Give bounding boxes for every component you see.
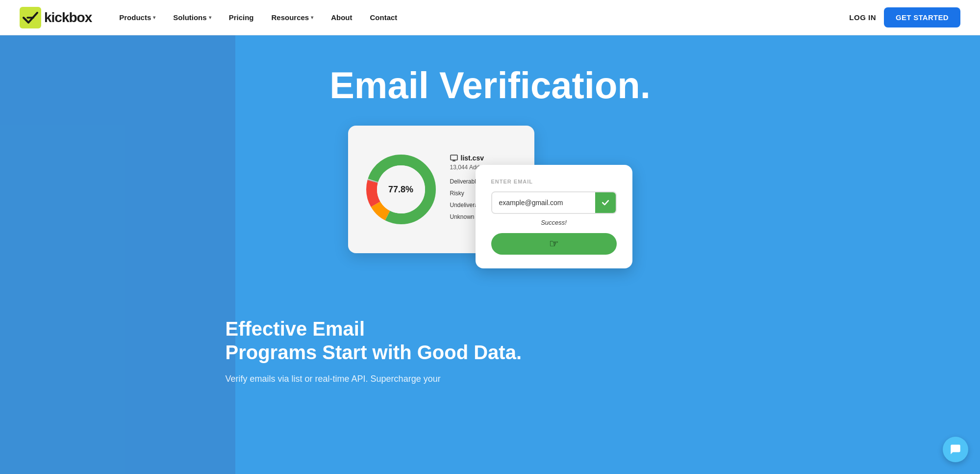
nav-right: LOG IN GET STARTED bbox=[849, 7, 960, 27]
nav-item-about[interactable]: About bbox=[323, 9, 360, 26]
chevron-down-icon: ▾ bbox=[209, 15, 211, 20]
verify-submit-button[interactable]: ☞ bbox=[491, 233, 617, 255]
stats-filename: list.csv bbox=[450, 154, 521, 162]
get-started-button[interactable]: GET STARTED bbox=[884, 7, 960, 27]
hero-bottom: Effective Email Programs Start with Good… bbox=[196, 317, 784, 384]
svg-rect-6 bbox=[451, 155, 457, 160]
nav-item-products[interactable]: Products ▾ bbox=[111, 9, 163, 26]
monitor-icon bbox=[450, 155, 458, 161]
login-button[interactable]: LOG IN bbox=[849, 13, 876, 22]
verify-label: ENTER EMAIL bbox=[491, 179, 617, 184]
nav-item-contact[interactable]: Contact bbox=[362, 9, 405, 26]
hero-subtitle: Effective Email Programs Start with Good… bbox=[226, 317, 755, 364]
hero-cards: 77.8% list.csv 13,044 Addresses Delivera… bbox=[348, 126, 632, 292]
chat-bubble-button[interactable] bbox=[943, 437, 968, 462]
verify-success-text: Success! bbox=[491, 219, 617, 226]
email-input[interactable] bbox=[492, 193, 595, 212]
logo[interactable]: kickbox bbox=[20, 7, 92, 28]
verify-card: ENTER EMAIL Success! ☞ bbox=[476, 165, 632, 268]
logo-text: kickbox bbox=[44, 10, 92, 26]
cursor-icon: ☞ bbox=[549, 237, 559, 250]
donut-chart: 77.8% bbox=[362, 150, 440, 229]
donut-percent-label: 77.8% bbox=[388, 184, 413, 194]
navigation: kickbox Products ▾ Solutions ▾ Pricing R… bbox=[0, 0, 980, 35]
hero-description: Verify emails via list or real-time API.… bbox=[226, 374, 520, 384]
hero-bg-person bbox=[0, 35, 235, 474]
verify-input-row bbox=[491, 191, 617, 214]
hero-section: Email Verification. bbox=[0, 35, 980, 474]
chat-icon bbox=[949, 443, 962, 456]
hero-content: Email Verification. bbox=[270, 35, 711, 317]
check-icon bbox=[601, 198, 610, 208]
nav-links: Products ▾ Solutions ▾ Pricing Resources… bbox=[111, 9, 849, 26]
chevron-down-icon: ▾ bbox=[311, 15, 313, 20]
nav-item-solutions[interactable]: Solutions ▾ bbox=[165, 9, 219, 26]
nav-item-pricing[interactable]: Pricing bbox=[221, 9, 262, 26]
logo-icon bbox=[20, 7, 41, 28]
nav-item-resources[interactable]: Resources ▾ bbox=[263, 9, 321, 26]
chevron-down-icon: ▾ bbox=[153, 15, 155, 20]
hero-title: Email Verification. bbox=[329, 65, 651, 106]
verify-check-button[interactable] bbox=[595, 192, 616, 213]
